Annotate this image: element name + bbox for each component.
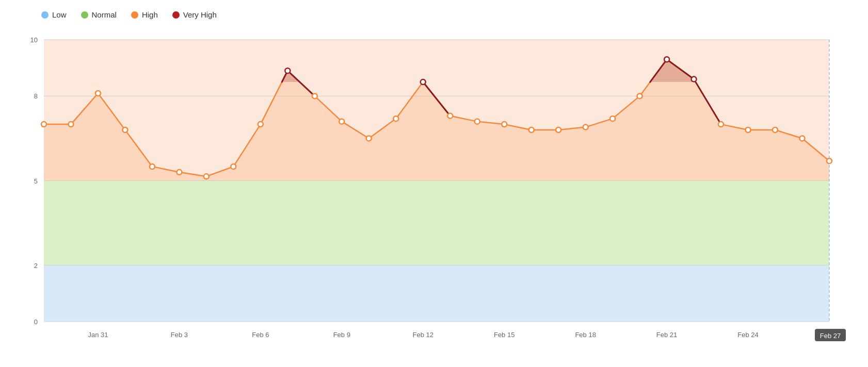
svg-point-18 [285,68,290,73]
svg-text:10: 10 [30,36,38,44]
svg-point-21 [366,136,372,141]
main-chart-svg: 025810Jan 31Feb 3Feb 6Feb 9Feb 12Feb 15F… [10,29,858,350]
svg-point-30 [610,116,615,121]
svg-text:Feb 6: Feb 6 [252,331,269,339]
svg-point-33 [692,77,697,82]
svg-point-29 [583,125,588,130]
svg-point-14 [176,170,182,175]
svg-point-27 [529,127,534,132]
svg-text:5: 5 [34,177,38,185]
legend-item-low: Low [41,10,67,19]
svg-point-28 [556,127,561,132]
svg-point-13 [150,164,155,169]
legend-dot-high [131,11,138,19]
legend-label-low: Low [52,10,67,19]
svg-point-24 [447,113,453,119]
svg-point-23 [421,79,426,85]
svg-point-10 [68,122,73,127]
legend-item-high: High [131,10,158,19]
svg-point-31 [637,93,642,98]
svg-point-26 [502,122,507,127]
svg-text:8: 8 [34,92,38,100]
svg-point-22 [393,116,398,121]
legend-label-high: High [142,10,158,19]
svg-text:Feb 9: Feb 9 [333,331,350,339]
svg-point-15 [204,174,209,179]
svg-text:0: 0 [34,318,38,326]
svg-point-36 [773,127,778,132]
svg-point-12 [122,127,127,132]
svg-text:Feb 15: Feb 15 [494,331,515,339]
svg-point-34 [718,122,724,127]
legend-dot-low [41,11,49,19]
chart-area: 025810Jan 31Feb 3Feb 6Feb 9Feb 12Feb 15F… [10,29,858,350]
legend-dot-very-high [172,11,180,19]
svg-point-11 [95,91,101,96]
svg-point-16 [231,164,236,169]
svg-text:Feb 21: Feb 21 [656,331,677,339]
legend-item-very-high: Very High [172,10,217,19]
svg-point-37 [800,136,805,141]
svg-point-19 [312,93,317,98]
legend-item-normal: Normal [81,10,117,19]
chart-legend: Low Normal High Very High [10,10,858,29]
legend-label-very-high: Very High [183,10,217,19]
svg-point-32 [664,57,669,62]
svg-point-20 [339,119,344,124]
chart-container: Low Normal High Very High 025810Jan 31Fe… [0,0,868,367]
svg-point-9 [41,122,46,127]
svg-text:Feb 3: Feb 3 [171,331,188,339]
svg-point-17 [258,122,263,127]
legend-label-normal: Normal [92,10,117,19]
svg-text:2: 2 [34,262,38,270]
svg-text:Jan 31: Jan 31 [88,331,108,339]
svg-text:Feb 24: Feb 24 [737,331,758,339]
legend-dot-normal [81,11,88,19]
svg-text:Feb 18: Feb 18 [575,331,596,339]
svg-point-38 [827,158,832,163]
svg-text:Feb 12: Feb 12 [413,331,433,339]
svg-rect-0 [44,265,829,322]
svg-rect-1 [44,181,829,265]
svg-text:Feb 27: Feb 27 [820,332,841,340]
svg-point-25 [475,119,480,124]
svg-point-35 [746,127,751,132]
